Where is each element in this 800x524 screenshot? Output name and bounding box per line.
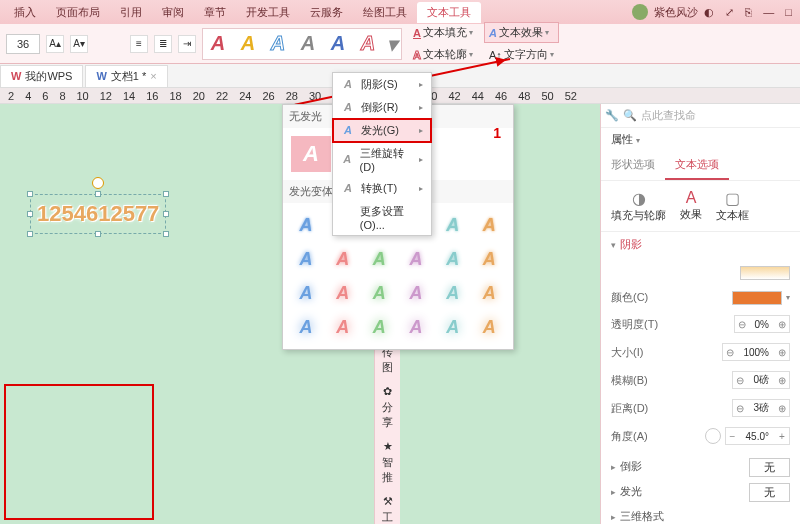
- glow-variant[interactable]: A: [328, 245, 358, 273]
- glow-none-option[interactable]: A: [291, 136, 331, 172]
- icon-tab-fill[interactable]: ◑填充与轮廓: [611, 189, 666, 223]
- tool-tools[interactable]: ⚒工具: [378, 493, 398, 524]
- icon-tab-textbox[interactable]: ▢文本框: [716, 189, 749, 223]
- ribbon-tabs: 插入 页面布局 引用 审阅 章节 开发工具 云服务 绘图工具 文本工具 紫色风沙…: [0, 0, 800, 24]
- search-placeholder[interactable]: 点此查找命: [641, 108, 696, 123]
- menu-more[interactable]: 更多设置(O)...: [333, 200, 431, 235]
- menu-glow[interactable]: A发光(G)▸: [333, 119, 431, 142]
- angle-dial[interactable]: [705, 428, 721, 444]
- menu-transform[interactable]: A转换(T)▸: [333, 177, 431, 200]
- grow-font[interactable]: A▴: [46, 35, 64, 53]
- tab-layout[interactable]: 页面布局: [46, 2, 110, 23]
- tab-dev[interactable]: 开发工具: [236, 2, 300, 23]
- blur-spinner[interactable]: ⊖0磅⊕: [732, 371, 790, 389]
- menu-3drot[interactable]: A三维旋转(D)▸: [333, 142, 431, 177]
- glow-variant[interactable]: A: [474, 313, 504, 341]
- text-effects-menu: A阴影(S)▸ A倒影(R)▸ A发光(G)▸ A三维旋转(D)▸ A转换(T)…: [332, 72, 432, 236]
- angle-spinner[interactable]: −45.0°+: [725, 427, 790, 445]
- glow-variant[interactable]: A: [364, 245, 394, 273]
- tab-review[interactable]: 审阅: [152, 2, 194, 23]
- tool-rec[interactable]: ★智推: [378, 438, 398, 487]
- font-size-input[interactable]: [6, 34, 40, 54]
- reflection-none[interactable]: 无: [749, 458, 790, 477]
- list-btn[interactable]: ≣: [154, 35, 172, 53]
- wordart-gallery[interactable]: A A A A A A ▾: [202, 28, 402, 60]
- transparency-spinner[interactable]: ⊖0%⊕: [734, 315, 790, 333]
- tab-section[interactable]: 章节: [194, 2, 236, 23]
- tool-share[interactable]: ✿分享: [378, 383, 398, 432]
- titlebar-right: 紫色风沙 ◐ ⤢ ⎘ — □: [632, 4, 796, 20]
- glow-variant[interactable]: A: [438, 279, 468, 307]
- glow-variant[interactable]: A: [291, 211, 321, 239]
- text-fill-button[interactable]: A文本填充▾: [408, 22, 478, 43]
- distance-spinner[interactable]: ⊖3磅⊕: [732, 399, 790, 417]
- glow-variant[interactable]: A: [364, 279, 394, 307]
- section-3dformat[interactable]: 三维格式: [601, 504, 800, 524]
- properties-panel: 🔧 🔍 点此查找命 属性 ▾ 形状选项 文本选项 ◑填充与轮廓 A效果 ▢文本框…: [600, 104, 800, 524]
- glow-variant[interactable]: A: [474, 279, 504, 307]
- glow-none[interactable]: 无: [749, 483, 790, 502]
- glow-variant[interactable]: A: [474, 245, 504, 273]
- file-tab-mywps[interactable]: W我的WPS: [0, 65, 83, 87]
- tab-insert[interactable]: 插入: [4, 2, 46, 23]
- canvas[interactable]: 1254612577 无发光 A 1 发光变体 A A A A A A A A …: [0, 104, 600, 524]
- tab-text-options[interactable]: 文本选项: [665, 151, 729, 180]
- glow-variant[interactable]: A: [401, 245, 431, 273]
- rotate-handle[interactable]: [92, 177, 104, 189]
- glow-variant[interactable]: A: [438, 211, 468, 239]
- indent-btn[interactable]: ⇥: [178, 35, 196, 53]
- ribbon: A▴ A▾ ≡ ≣ ⇥ A A A A A A ▾ A文本填充▾ A文本轮廓▾ …: [0, 24, 800, 64]
- tab-draw[interactable]: 绘图工具: [353, 2, 417, 23]
- glow-variant[interactable]: A: [291, 313, 321, 341]
- close-icon[interactable]: ×: [150, 70, 156, 82]
- panel-tabs: 形状选项 文本选项: [601, 151, 800, 181]
- glow-variant[interactable]: A: [364, 313, 394, 341]
- glow-variant[interactable]: A: [438, 313, 468, 341]
- menu-reflection[interactable]: A倒影(R)▸: [333, 96, 431, 119]
- glow-variant[interactable]: A: [328, 313, 358, 341]
- glow-variant[interactable]: A: [401, 279, 431, 307]
- prop-dropdown[interactable]: 属性 ▾: [601, 128, 800, 151]
- shrink-font[interactable]: A▾: [70, 35, 88, 53]
- tab-cloud[interactable]: 云服务: [300, 2, 353, 23]
- main-area: 1254612577 无发光 A 1 发光变体 A A A A A A A A …: [0, 104, 800, 524]
- wordart-text: 1254612577: [37, 201, 159, 226]
- username: 紫色风沙: [654, 5, 698, 20]
- toolbox-icon[interactable]: 🔧: [605, 109, 619, 122]
- shadow-preset[interactable]: [740, 266, 790, 280]
- glow-variant[interactable]: A: [291, 279, 321, 307]
- file-tab-doc1[interactable]: W文档1 *×: [85, 65, 167, 87]
- glow-variant[interactable]: A: [474, 211, 504, 239]
- glow-variant[interactable]: A: [291, 245, 321, 273]
- search-icon[interactable]: 🔍: [623, 109, 637, 122]
- tab-shape-options[interactable]: 形状选项: [601, 151, 665, 180]
- panel-icon-tabs: ◑填充与轮廓 A效果 ▢文本框: [601, 181, 800, 232]
- align-btn[interactable]: ≡: [130, 35, 148, 53]
- text-effects-button[interactable]: A文本效果▾: [484, 22, 559, 43]
- shadow-color[interactable]: [732, 291, 782, 305]
- text-outline-button[interactable]: A文本轮廓▾: [408, 44, 478, 65]
- avatar[interactable]: [632, 4, 648, 20]
- size-spinner[interactable]: ⊖100%⊕: [722, 343, 790, 361]
- tab-text-tools[interactable]: 文本工具: [417, 2, 481, 23]
- marker-1: 1: [493, 125, 501, 141]
- glow-variant[interactable]: A: [328, 279, 358, 307]
- search-bar: 🔧 🔍 点此查找命: [601, 104, 800, 128]
- glow-variant[interactable]: A: [438, 245, 468, 273]
- section-shadow[interactable]: 阴影: [601, 232, 800, 257]
- menu-shadow[interactable]: A阴影(S)▸: [333, 73, 431, 96]
- glow-variant[interactable]: A: [401, 313, 431, 341]
- tab-ref[interactable]: 引用: [110, 2, 152, 23]
- icon-tab-effects[interactable]: A效果: [680, 189, 702, 223]
- wordart-textbox[interactable]: 1254612577: [30, 194, 166, 234]
- sys-icons[interactable]: ◐ ⤢ ⎘ — □: [704, 6, 796, 19]
